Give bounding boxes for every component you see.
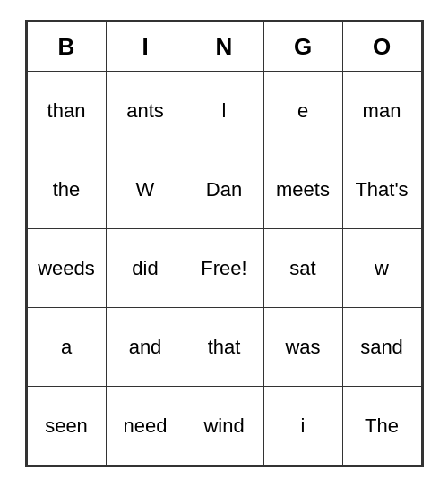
cell-r2-c0: weeds — [27, 229, 106, 308]
table-row: theWDanmeetsThat's — [27, 150, 421, 229]
cell-r3-c4: sand — [342, 308, 421, 387]
cell-r3-c3: was — [263, 308, 342, 387]
header-row: B I N G O — [27, 22, 421, 72]
cell-r2-c1: did — [106, 229, 185, 308]
table-row: seenneedwindiThe — [27, 387, 421, 466]
cell-r0-c4: man — [342, 72, 421, 150]
cell-r3-c0: a — [27, 308, 106, 387]
header-b: B — [27, 22, 106, 72]
cell-r0-c2: l — [185, 72, 263, 150]
bingo-table: B I N G O thanantslemantheWDanmeetsThat'… — [27, 21, 422, 466]
cell-r4-c4: The — [342, 387, 421, 466]
header-g: G — [263, 22, 342, 72]
cell-r4-c0: seen — [27, 387, 106, 466]
cell-r4-c3: i — [263, 387, 342, 466]
table-row: thanantsleman — [27, 72, 421, 150]
cell-r3-c2: that — [185, 308, 263, 387]
cell-r1-c4: That's — [342, 150, 421, 229]
table-row: aandthatwassand — [27, 308, 421, 387]
cell-r2-c3: sat — [263, 229, 342, 308]
cell-r2-c2: Free! — [185, 229, 263, 308]
cell-r1-c2: Dan — [185, 150, 263, 229]
cell-r1-c0: the — [27, 150, 106, 229]
bingo-card: B I N G O thanantslemantheWDanmeetsThat'… — [25, 20, 424, 467]
cell-r0-c1: ants — [106, 72, 185, 150]
cell-r0-c3: e — [263, 72, 342, 150]
cell-r1-c3: meets — [263, 150, 342, 229]
table-row: weedsdidFree!satw — [27, 229, 421, 308]
cell-r0-c0: than — [27, 72, 106, 150]
header-i: I — [106, 22, 185, 72]
header-o: O — [342, 22, 421, 72]
cell-r2-c4: w — [342, 229, 421, 308]
cell-r4-c2: wind — [185, 387, 263, 466]
header-n: N — [185, 22, 263, 72]
cell-r4-c1: need — [106, 387, 185, 466]
cell-r3-c1: and — [106, 308, 185, 387]
cell-r1-c1: W — [106, 150, 185, 229]
